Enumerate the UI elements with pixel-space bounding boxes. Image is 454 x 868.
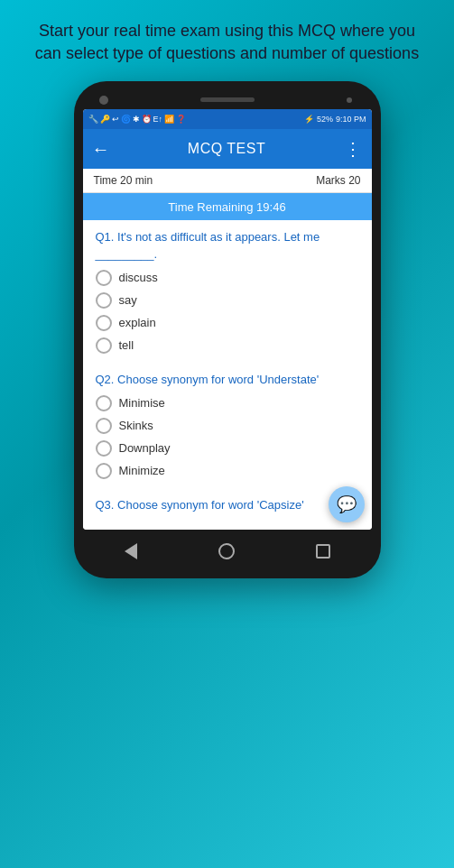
fab-button[interactable]: 💬 [329, 486, 365, 522]
question-3-text: Q3. Choose synonym for word 'Capsize' [96, 497, 359, 513]
option-1-3[interactable]: explain [96, 315, 359, 331]
radio-2-3[interactable] [96, 440, 112, 457]
radio-1-1[interactable] [96, 270, 112, 286]
status-icon-dragon: 🌀 [121, 115, 131, 124]
option-label-2-1: Minimise [119, 396, 165, 410]
phone-speaker [200, 97, 255, 102]
nav-home-button[interactable] [213, 540, 240, 562]
nav-back-icon [125, 543, 137, 559]
status-icon-wifi: 📶 [164, 115, 174, 124]
marks-label: Marks 20 [316, 174, 360, 187]
info-bar: Time 20 min Marks 20 [83, 169, 372, 193]
status-battery: 52% [317, 115, 333, 124]
status-bar: 🔧 🔑 ↩ 🌀 ✱ ⏰ E↑ 📶 ❓ ⚡ 52% 9:10 PM [83, 109, 372, 129]
status-icons-right: ⚡ 52% 9:10 PM [304, 115, 366, 124]
nav-home-icon [218, 543, 235, 559]
question-2: Q2. Choose synonym for word 'Understate'… [96, 372, 359, 479]
fab-icon: 💬 [337, 494, 357, 514]
question-3: Q3. Choose synonym for word 'Capsize' [96, 497, 359, 513]
option-label-2-2: Skinks [119, 419, 153, 432]
back-button[interactable]: ← [92, 139, 110, 160]
radio-2-4[interactable] [96, 463, 112, 479]
questions-area[interactable]: Q1. It's not as difficult as it appears.… [83, 220, 372, 530]
app-toolbar: ← MCQ TEST ⋮ [83, 129, 372, 169]
time-label: Time 20 min [94, 174, 153, 187]
option-label-2-4: Minimize [119, 464, 165, 477]
question-2-text: Q2. Choose synonym for word 'Understate' [96, 372, 359, 388]
phone-camera-right [347, 97, 352, 103]
questions-wrapper: Q1. It's not as difficult as it appears.… [83, 220, 372, 530]
status-time: 9:10 PM [336, 115, 366, 124]
phone-bottom-nav [83, 533, 372, 566]
more-button[interactable]: ⋮ [344, 138, 363, 160]
header-text: Start your real time exam using this MCQ… [0, 0, 454, 81]
option-label-1-2: say [119, 293, 137, 307]
phone-outer: 🔧 🔑 ↩ 🌀 ✱ ⏰ E↑ 📶 ❓ ⚡ 52% 9:10 PM ← MCQ T… [74, 81, 381, 578]
toolbar-title: MCQ TEST [188, 141, 265, 157]
status-icon-q: ❓ [176, 115, 186, 124]
nav-recents-button[interactable] [310, 540, 337, 562]
option-label-2-3: Downplay [119, 441, 171, 455]
status-icon-alarm: ⏰ [142, 115, 152, 124]
nav-back-button[interactable] [117, 540, 144, 562]
status-icon-tools: 🔧 [88, 115, 98, 124]
radio-1-2[interactable] [96, 292, 112, 309]
option-2-4[interactable]: Minimize [96, 463, 359, 479]
status-icon-back: ↩ [112, 115, 119, 124]
option-label-1-4: tell [119, 338, 134, 352]
option-2-3[interactable]: Downplay [96, 440, 359, 457]
option-1-4[interactable]: tell [96, 337, 359, 354]
option-1-2[interactable]: say [96, 292, 359, 309]
phone-screen: 🔧 🔑 ↩ 🌀 ✱ ⏰ E↑ 📶 ❓ ⚡ 52% 9:10 PM ← MCQ T… [83, 109, 372, 530]
option-2-1[interactable]: Minimise [96, 395, 359, 411]
phone-top-bar [83, 97, 372, 102]
nav-recents-icon [316, 544, 330, 559]
radio-2-1[interactable] [96, 395, 112, 411]
option-1-1[interactable]: discuss [96, 270, 359, 286]
status-icon-bt: ✱ [133, 115, 140, 124]
radio-2-2[interactable] [96, 418, 112, 434]
time-remaining-bar: Time Remaining 19:46 [83, 193, 372, 220]
question-1: Q1. It's not as difficult as it appears.… [96, 229, 359, 353]
question-1-text: Q1. It's not as difficult as it appears.… [96, 229, 359, 262]
radio-1-4[interactable] [96, 337, 112, 354]
status-icons-left: 🔧 🔑 ↩ 🌀 ✱ ⏰ E↑ 📶 ❓ [88, 115, 187, 124]
option-2-2[interactable]: Skinks [96, 418, 359, 434]
time-remaining-text: Time Remaining 19:46 [168, 200, 285, 214]
status-icon-signal: E↑ [153, 115, 163, 124]
option-label-1-3: explain [119, 316, 156, 329]
status-icon-key: 🔑 [100, 115, 110, 124]
radio-1-3[interactable] [96, 315, 112, 331]
phone-camera-left [99, 96, 108, 105]
status-battery-charge: ⚡ [304, 115, 314, 124]
option-label-1-1: discuss [119, 271, 158, 284]
